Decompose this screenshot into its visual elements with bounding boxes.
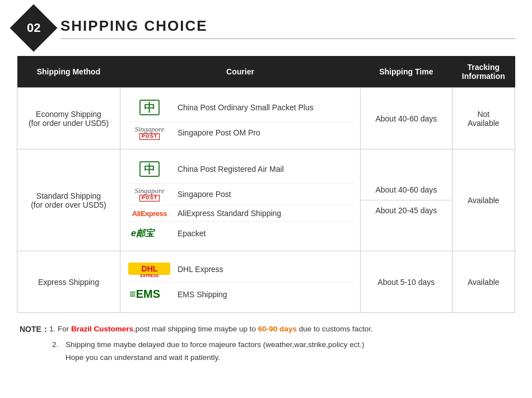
courier-logo-epacket: e邮宝 [127, 225, 172, 242]
singapore-logo-2: Singapore POST [134, 187, 164, 202]
courier-chinapost-2: 中 China Post Registered Air Mail [127, 155, 353, 184]
chinapost-svg-2: 中 [139, 158, 160, 180]
time-express: About 5-10 days [361, 251, 452, 313]
singapore-logo-1: Singapore POST [134, 125, 164, 140]
courier-logo-aliexpress: AliExpress [127, 209, 172, 218]
note-text-1: For Brazil Customers,post mail shipping … [58, 323, 373, 336]
col-header-tracking: Tracking Information [452, 56, 515, 88]
note-text-2: Shipping time maybe delayed due to force… [66, 339, 365, 364]
courier-epacket: e邮宝 Epacket [127, 222, 353, 245]
courier-name-aliexpress: AliExpress Standard Shipping [178, 209, 281, 218]
note-label: NOTE： [20, 323, 49, 336]
epacket-svg: e邮宝 [130, 225, 169, 242]
courier-logo-chinapost-1: 中 [127, 97, 172, 118]
ems-svg: ≡EMS [128, 285, 170, 303]
days-highlight: 60-90 days [258, 325, 297, 333]
svg-text:DHL: DHL [142, 264, 158, 273]
time-standard: About 40-60 days About 20-45 days [361, 149, 452, 251]
courier-chinapost-1: 中 China Post Ordinary Small Packet Plus [127, 93, 353, 122]
brazil-customers-text: Brazil Customers [71, 325, 133, 333]
table-row-express: Express Shipping DHL EXPRESS DHL Express [17, 251, 515, 313]
svg-text:中: 中 [144, 163, 155, 175]
courier-logo-singapore-1: Singapore POST [127, 125, 172, 140]
method-express: Express Shipping [17, 251, 120, 313]
courier-logo-singapore-2: Singapore POST [127, 187, 172, 202]
courier-name-singapore-1: Singapore Post OM Pro [178, 128, 260, 137]
time-economy: About 40-60 days [361, 88, 452, 149]
courier-dhl: DHL EXPRESS DHL Express [127, 257, 353, 282]
courier-name-dhl: DHL Express [178, 265, 223, 274]
tracking-express: Available [452, 251, 515, 313]
courier-ems: ≡EMS EMS Shipping [127, 282, 353, 307]
note-line-2: 2. Shipping time maybe delayed due to fo… [52, 339, 512, 364]
courier-logo-ems: ≡EMS [127, 285, 172, 303]
col-header-courier: Courier [120, 56, 360, 88]
page-title: SHIPPING CHOICE [60, 17, 515, 39]
courier-name-singapore-2: Singapore Post [178, 190, 231, 199]
table-row-economy: Economy Shipping(for order under USD5) 中… [17, 88, 515, 149]
note-line-1: NOTE： 1. For Brazil Customers,post mail … [20, 323, 512, 336]
courier-name-ems: EMS Shipping [178, 290, 227, 299]
aliexpress-logo: AliExpress [132, 209, 167, 218]
couriers-express: DHL EXPRESS DHL Express ≡EMS EMS Shippin… [120, 251, 360, 313]
svg-text:EXPRESS: EXPRESS [141, 274, 159, 278]
table-row-standard: Standard Shipping(for order over USD5) 中… [17, 149, 515, 251]
page-header: 02 SHIPPING CHOICE [17, 11, 515, 45]
tracking-economy: NotAvailable [452, 88, 515, 149]
table-header-row: Shipping Method Courier Shipping Time Tr… [17, 56, 515, 88]
courier-name-chinapost-1: China Post Ordinary Small Packet Plus [178, 103, 314, 112]
section-badge: 02 [10, 4, 58, 52]
shipping-table: Shipping Method Courier Shipping Time Tr… [17, 56, 515, 313]
chinapost-svg-1: 中 [139, 97, 160, 118]
courier-singapore-1: Singapore POST Singapore Post OM Pro [127, 122, 353, 143]
method-standard: Standard Shipping(for order over USD5) [17, 149, 120, 251]
couriers-economy: 中 China Post Ordinary Small Packet Plus … [120, 88, 360, 149]
note-num-1: 1. [49, 323, 58, 336]
svg-text:≡EMS: ≡EMS [129, 288, 160, 300]
note-num-2: 2. [52, 339, 62, 352]
col-header-time: Shipping Time [361, 56, 452, 88]
courier-singapore-2: Singapore POST Singapore Post [127, 184, 353, 205]
courier-name-chinapost-2: China Post Registered Air Mail [178, 165, 284, 174]
courier-logo-dhl: DHL EXPRESS [127, 260, 172, 278]
svg-text:e邮宝: e邮宝 [131, 228, 156, 238]
svg-text:中: 中 [144, 101, 155, 114]
courier-aliexpress: AliExpress AliExpress Standard Shipping [127, 205, 353, 222]
notes-section: NOTE： 1. For Brazil Customers,post mail … [17, 323, 515, 364]
method-economy: Economy Shipping(for order under USD5) [17, 88, 120, 149]
couriers-standard: 中 China Post Registered Air Mail Singapo… [120, 149, 360, 251]
courier-name-epacket: Epacket [178, 229, 206, 238]
courier-logo-chinapost-2: 中 [127, 158, 172, 180]
dhl-svg: DHL EXPRESS [128, 260, 170, 278]
col-header-method: Shipping Method [17, 56, 120, 88]
tracking-standard: Available [452, 149, 515, 251]
